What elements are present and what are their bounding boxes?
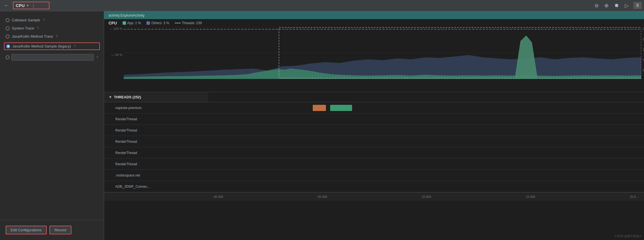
legend-threads: Threads: 239 bbox=[175, 21, 202, 25]
activity-bar: activity.ExploreActivity bbox=[104, 11, 644, 19]
cpu-dropdown[interactable]: CPU ▼ ⋮ bbox=[13, 2, 49, 9]
thread-name-7: ADB_JDWP_Connec... bbox=[104, 185, 208, 189]
more-options-icon: ⋮ bbox=[31, 3, 36, 8]
tick-0: 00.000 bbox=[214, 195, 223, 198]
threads-header-title: THREADS (252) bbox=[114, 95, 141, 99]
thread-timeline-1[interactable] bbox=[208, 114, 644, 124]
main-area: Callstack Sample ? System Trace ? Java/K… bbox=[0, 11, 644, 240]
legend-threads-dash bbox=[175, 23, 181, 23]
toolbar-right: ⊖ ⊕ ⏺ ▷ ⏸ bbox=[593, 2, 642, 9]
legend-app: App: 1 % bbox=[123, 21, 141, 25]
java-kotlin-trace-label: Java/Kotlin Method Trace bbox=[12, 34, 53, 39]
zoom-in-button[interactable]: ⊕ bbox=[603, 2, 610, 9]
table-row: ADB_JDWP_Connec... bbox=[104, 181, 644, 192]
activity-label: activity.ExploreActivity bbox=[109, 13, 145, 17]
table-row: RenderThread bbox=[104, 114, 644, 125]
y-axis-right: 250 — 200 — 150 — 100 — 50 — bbox=[643, 27, 644, 79]
tick-2: 10.000 bbox=[422, 195, 431, 198]
play-button[interactable]: ▷ bbox=[624, 2, 630, 9]
thread-name-6: .mobiuspace.net bbox=[104, 173, 208, 177]
time-axis: 00.000 05.000 10.000 15.000 20.0... bbox=[104, 192, 644, 201]
java-kotlin-legacy-option[interactable]: Java/Kotlin Method Sample (legacy) ? bbox=[4, 42, 100, 50]
legend-app-label: App: 1 % bbox=[127, 21, 141, 25]
legend-others-label: Others: 3 % bbox=[151, 21, 169, 25]
zoom-out-button[interactable]: ⊖ bbox=[593, 2, 600, 9]
thread-name-5: RenderThread bbox=[104, 162, 208, 166]
tick-4: 20.0... bbox=[630, 195, 638, 198]
cpu-dropdown-label: CPU bbox=[16, 3, 25, 8]
y-label-100: — 100 % bbox=[105, 27, 122, 30]
legacy-dropdown-input[interactable] bbox=[11, 54, 94, 61]
system-trace-option[interactable]: System Trace ? bbox=[6, 26, 98, 30]
chart-header: CPU App: 1 % Others: 3 % Threads: 239 bbox=[104, 19, 644, 27]
profiling-options: Callstack Sample ? System Trace ? Java/K… bbox=[0, 18, 104, 220]
cpu-chart-svg bbox=[124, 27, 641, 79]
thread-timeline-5[interactable] bbox=[208, 159, 644, 169]
java-kotlin-trace-help-icon[interactable]: ? bbox=[56, 35, 58, 39]
time-ticks: 00.000 05.000 10.000 15.000 20.0... bbox=[208, 195, 644, 198]
threads-expand-icon[interactable]: ▼ bbox=[109, 95, 112, 99]
system-trace-label: System Trace bbox=[12, 26, 34, 30]
callstack-option[interactable]: Callstack Sample ? bbox=[6, 18, 98, 22]
threads-container: ▼ THREADS (252) naptube.premium RenderTh… bbox=[104, 92, 644, 240]
table-row: RenderThread bbox=[104, 136, 644, 147]
java-kotlin-legacy-radio[interactable] bbox=[6, 44, 10, 48]
legend-others: Others: 3 % bbox=[147, 21, 169, 25]
record-circle-button[interactable]: ⏺ bbox=[613, 2, 620, 9]
legend-others-color bbox=[147, 21, 150, 25]
legacy-dropdown-help-icon[interactable]: ? bbox=[96, 55, 98, 59]
java-kotlin-trace-option[interactable]: Java/Kotlin Method Trace ? bbox=[6, 34, 98, 39]
bottom-buttons: Edit Configurations Record bbox=[0, 220, 104, 240]
table-row: naptube.premium bbox=[104, 102, 644, 114]
pause-button[interactable]: ⏸ bbox=[633, 2, 642, 9]
y-right-100: 100 — bbox=[643, 58, 644, 62]
legacy-dropdown-row: ? bbox=[6, 54, 98, 61]
thread-name-4: RenderThread bbox=[104, 151, 208, 155]
chevron-down-icon: ▼ bbox=[26, 4, 29, 7]
callstack-radio[interactable] bbox=[6, 18, 10, 22]
thread-name-0: naptube.premium bbox=[104, 106, 208, 110]
y-right-250: 250 — bbox=[643, 27, 644, 30]
table-row: RenderThread bbox=[104, 147, 644, 159]
thread-timeline-0[interactable] bbox=[208, 102, 644, 113]
thread-timeline-7[interactable] bbox=[208, 181, 644, 192]
java-kotlin-trace-radio[interactable] bbox=[6, 35, 10, 39]
back-button[interactable]: ← bbox=[2, 2, 11, 9]
y-right-200: 200 — bbox=[643, 37, 644, 41]
thread-timeline-6[interactable] bbox=[208, 170, 644, 181]
thread-timeline-2[interactable] bbox=[208, 125, 644, 136]
system-trace-radio[interactable] bbox=[6, 26, 10, 30]
legend-app-color bbox=[123, 21, 126, 25]
callstack-label: Callstack Sample bbox=[12, 18, 40, 22]
chart-title: CPU bbox=[109, 21, 117, 25]
y-axis-left: — 100 % — 50 % bbox=[105, 27, 122, 79]
java-kotlin-legacy-help-icon[interactable]: ? bbox=[74, 44, 76, 48]
table-row: RenderThread bbox=[104, 125, 644, 136]
table-row: .mobiuspace.net bbox=[104, 170, 644, 181]
edit-configurations-button[interactable]: Edit Configurations bbox=[6, 226, 47, 234]
watermark: CSDN @我不勤奋v bbox=[614, 234, 641, 238]
cpu-chart-area: CPU App: 1 % Others: 3 % Threads: 239 — bbox=[104, 19, 644, 92]
y-right-150: 150 — bbox=[643, 48, 644, 51]
left-panel: Callstack Sample ? System Trace ? Java/K… bbox=[0, 11, 104, 240]
thread-bar-green-0 bbox=[330, 105, 352, 111]
thread-timeline-4[interactable] bbox=[208, 147, 644, 158]
legacy-sub-radio[interactable] bbox=[6, 55, 10, 59]
table-row: RenderThread bbox=[104, 159, 644, 170]
y-label-50: — 50 % bbox=[105, 53, 122, 56]
toolbar: ← CPU ▼ ⋮ ⊖ ⊕ ⏺ ▷ ⏸ bbox=[0, 0, 644, 11]
svg-marker-6 bbox=[515, 35, 538, 79]
right-panel: activity.ExploreActivity CPU App: 1 % Ot… bbox=[104, 11, 644, 240]
legend-threads-label: Threads: 239 bbox=[182, 21, 202, 25]
record-button[interactable]: Record bbox=[49, 226, 71, 234]
thread-timeline-3[interactable] bbox=[208, 136, 644, 147]
thread-name-1: RenderThread bbox=[104, 117, 208, 121]
y-right-50: 50 — bbox=[643, 69, 644, 72]
thread-bar-orange bbox=[313, 105, 326, 111]
tick-3: 15.000 bbox=[526, 195, 535, 198]
java-kotlin-legacy-label: Java/Kotlin Method Sample (legacy) bbox=[12, 44, 71, 48]
system-trace-help-icon[interactable]: ? bbox=[37, 26, 39, 30]
tick-1: 05.000 bbox=[318, 195, 327, 198]
callstack-help-icon[interactable]: ? bbox=[43, 18, 45, 22]
thread-name-2: RenderThread bbox=[104, 128, 208, 132]
